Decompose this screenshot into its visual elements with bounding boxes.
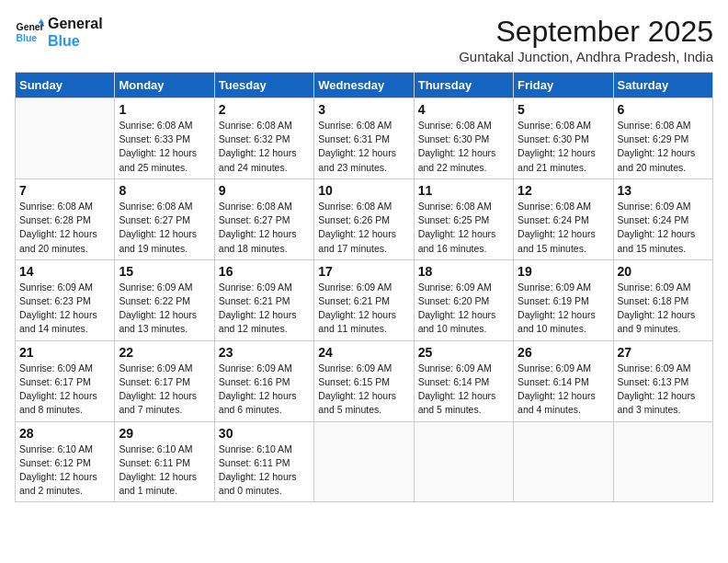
calendar-cell: 24Sunrise: 6:09 AM Sunset: 6:15 PM Dayli… [314, 340, 414, 421]
day-number: 8 [119, 183, 210, 198]
logo-blue: Blue [48, 32, 103, 50]
calendar-cell: 4Sunrise: 6:08 AM Sunset: 6:30 PM Daylig… [414, 98, 513, 179]
calendar-cell: 25Sunrise: 6:09 AM Sunset: 6:14 PM Dayli… [414, 340, 513, 421]
calendar-cell: 21Sunrise: 6:09 AM Sunset: 6:17 PM Dayli… [16, 340, 115, 421]
day-info: Sunrise: 6:09 AM Sunset: 6:21 PM Dayligh… [318, 282, 396, 335]
calendar-cell: 19Sunrise: 6:09 AM Sunset: 6:19 PM Dayli… [514, 259, 613, 340]
day-header-thursday: Thursday [414, 73, 513, 98]
day-info: Sunrise: 6:08 AM Sunset: 6:25 PM Dayligh… [418, 201, 496, 254]
day-info: Sunrise: 6:10 AM Sunset: 6:11 PM Dayligh… [219, 443, 297, 497]
calendar-cell: 27Sunrise: 6:09 AM Sunset: 6:13 PM Dayli… [613, 340, 712, 421]
day-info: Sunrise: 6:09 AM Sunset: 6:24 PM Dayligh… [618, 201, 696, 254]
day-info: Sunrise: 6:08 AM Sunset: 6:27 PM Dayligh… [119, 201, 197, 254]
title-area: September 2025 Guntakal Junction, Andhra… [459, 15, 713, 64]
svg-text:General: General [17, 23, 44, 33]
day-info: Sunrise: 6:09 AM Sunset: 6:18 PM Dayligh… [618, 282, 696, 335]
day-info: Sunrise: 6:10 AM Sunset: 6:12 PM Dayligh… [19, 443, 97, 497]
calendar-cell [16, 98, 115, 179]
day-number: 14 [19, 264, 110, 279]
day-number: 20 [618, 264, 709, 279]
calendar-cell: 10Sunrise: 6:08 AM Sunset: 6:26 PM Dayli… [314, 178, 414, 259]
calendar-cell: 9Sunrise: 6:08 AM Sunset: 6:27 PM Daylig… [214, 178, 313, 259]
day-number: 2 [219, 102, 310, 117]
month-title: September 2025 [459, 15, 713, 49]
day-number: 3 [318, 102, 409, 117]
calendar-cell [613, 421, 712, 502]
day-info: Sunrise: 6:10 AM Sunset: 6:11 PM Dayligh… [119, 443, 197, 497]
day-info: Sunrise: 6:09 AM Sunset: 6:16 PM Dayligh… [219, 362, 297, 416]
calendar-table: SundayMondayTuesdayWednesdayThursdayFrid… [15, 72, 713, 502]
calendar-cell: 1Sunrise: 6:08 AM Sunset: 6:33 PM Daylig… [115, 98, 214, 179]
calendar-cell: 8Sunrise: 6:08 AM Sunset: 6:27 PM Daylig… [115, 178, 214, 259]
day-info: Sunrise: 6:09 AM Sunset: 6:15 PM Dayligh… [318, 362, 396, 416]
calendar-header-row: SundayMondayTuesdayWednesdayThursdayFrid… [16, 73, 713, 98]
day-number: 13 [618, 183, 709, 198]
calendar-week-4: 28Sunrise: 6:10 AM Sunset: 6:12 PM Dayli… [16, 421, 713, 502]
day-info: Sunrise: 6:09 AM Sunset: 6:19 PM Dayligh… [518, 282, 596, 335]
day-header-monday: Monday [115, 73, 214, 98]
day-number: 21 [19, 345, 110, 360]
day-info: Sunrise: 6:08 AM Sunset: 6:33 PM Dayligh… [119, 120, 197, 173]
day-info: Sunrise: 6:09 AM Sunset: 6:17 PM Dayligh… [119, 362, 197, 416]
day-info: Sunrise: 6:08 AM Sunset: 6:28 PM Dayligh… [19, 201, 97, 254]
day-number: 15 [119, 264, 210, 279]
calendar-cell: 29Sunrise: 6:10 AM Sunset: 6:11 PM Dayli… [115, 421, 214, 502]
day-info: Sunrise: 6:09 AM Sunset: 6:17 PM Dayligh… [19, 362, 97, 416]
logo-general: General [48, 15, 103, 32]
calendar-cell: 30Sunrise: 6:10 AM Sunset: 6:11 PM Dayli… [214, 421, 313, 502]
day-number: 18 [418, 264, 509, 279]
day-info: Sunrise: 6:09 AM Sunset: 6:13 PM Dayligh… [618, 362, 696, 416]
day-number: 23 [219, 345, 310, 360]
calendar-cell: 3Sunrise: 6:08 AM Sunset: 6:31 PM Daylig… [314, 98, 414, 179]
day-header-wednesday: Wednesday [314, 73, 414, 98]
day-info: Sunrise: 6:08 AM Sunset: 6:32 PM Dayligh… [219, 120, 297, 173]
day-info: Sunrise: 6:08 AM Sunset: 6:24 PM Dayligh… [518, 201, 596, 254]
day-header-saturday: Saturday [613, 73, 712, 98]
day-header-tuesday: Tuesday [214, 73, 313, 98]
calendar-week-1: 7Sunrise: 6:08 AM Sunset: 6:28 PM Daylig… [16, 178, 713, 259]
day-number: 12 [518, 183, 609, 198]
day-header-sunday: Sunday [16, 73, 115, 98]
day-info: Sunrise: 6:08 AM Sunset: 6:27 PM Dayligh… [219, 201, 297, 254]
day-number: 6 [618, 102, 709, 117]
calendar-cell: 26Sunrise: 6:09 AM Sunset: 6:14 PM Dayli… [514, 340, 613, 421]
calendar-cell: 2Sunrise: 6:08 AM Sunset: 6:32 PM Daylig… [214, 98, 313, 179]
calendar-week-3: 21Sunrise: 6:09 AM Sunset: 6:17 PM Dayli… [16, 340, 713, 421]
day-info: Sunrise: 6:08 AM Sunset: 6:30 PM Dayligh… [418, 120, 496, 173]
day-number: 16 [219, 264, 310, 279]
day-number: 10 [318, 183, 409, 198]
calendar-cell [314, 421, 414, 502]
logo-icon: General Blue [15, 17, 44, 47]
day-number: 7 [19, 183, 110, 198]
day-number: 19 [518, 264, 609, 279]
day-number: 22 [119, 345, 210, 360]
calendar-cell: 28Sunrise: 6:10 AM Sunset: 6:12 PM Dayli… [16, 421, 115, 502]
svg-marker-2 [39, 19, 44, 24]
calendar-body: 1Sunrise: 6:08 AM Sunset: 6:33 PM Daylig… [16, 98, 713, 502]
day-info: Sunrise: 6:09 AM Sunset: 6:14 PM Dayligh… [418, 362, 496, 416]
calendar-cell: 15Sunrise: 6:09 AM Sunset: 6:22 PM Dayli… [115, 259, 214, 340]
day-number: 1 [119, 102, 210, 117]
day-number: 5 [518, 102, 609, 117]
day-info: Sunrise: 6:09 AM Sunset: 6:20 PM Dayligh… [418, 282, 496, 335]
day-info: Sunrise: 6:09 AM Sunset: 6:21 PM Dayligh… [219, 282, 297, 335]
header: General Blue General Blue September 2025… [15, 15, 713, 64]
calendar-cell: 6Sunrise: 6:08 AM Sunset: 6:29 PM Daylig… [613, 98, 712, 179]
day-number: 17 [318, 264, 409, 279]
svg-text:Blue: Blue [17, 33, 38, 43]
calendar-cell: 16Sunrise: 6:09 AM Sunset: 6:21 PM Dayli… [214, 259, 313, 340]
day-number: 27 [618, 345, 709, 360]
calendar-cell: 17Sunrise: 6:09 AM Sunset: 6:21 PM Dayli… [314, 259, 414, 340]
calendar-cell: 23Sunrise: 6:09 AM Sunset: 6:16 PM Dayli… [214, 340, 313, 421]
day-number: 26 [518, 345, 609, 360]
calendar-week-0: 1Sunrise: 6:08 AM Sunset: 6:33 PM Daylig… [16, 98, 713, 179]
day-info: Sunrise: 6:09 AM Sunset: 6:23 PM Dayligh… [19, 282, 97, 335]
location-title: Guntakal Junction, Andhra Pradesh, India [459, 49, 713, 64]
day-number: 30 [219, 426, 310, 441]
calendar-cell: 20Sunrise: 6:09 AM Sunset: 6:18 PM Dayli… [613, 259, 712, 340]
calendar-cell: 13Sunrise: 6:09 AM Sunset: 6:24 PM Dayli… [613, 178, 712, 259]
day-info: Sunrise: 6:08 AM Sunset: 6:31 PM Dayligh… [318, 120, 396, 173]
day-number: 4 [418, 102, 509, 117]
logo: General Blue General Blue [15, 15, 103, 50]
day-number: 24 [318, 345, 409, 360]
